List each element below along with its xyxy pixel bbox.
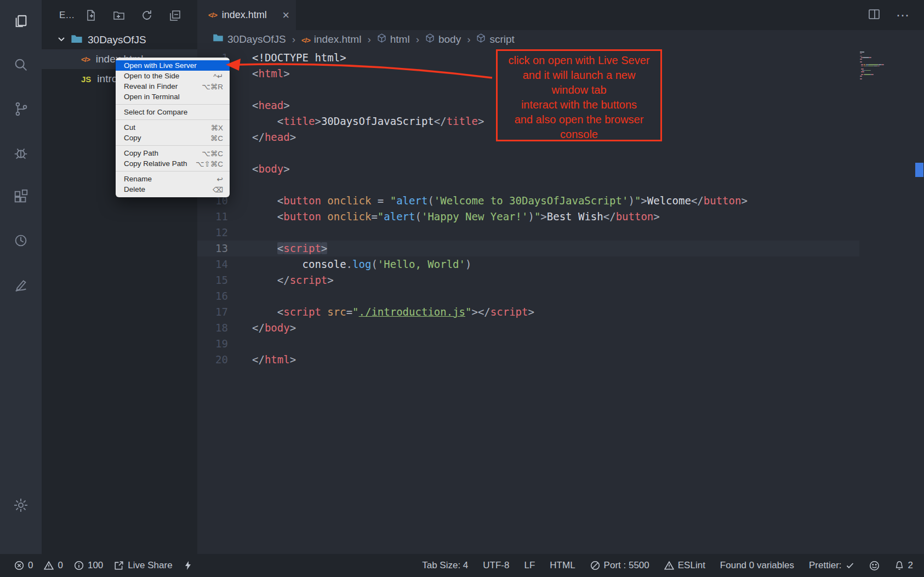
code-line-12[interactable]: 12 (197, 225, 859, 241)
eol-indicator[interactable]: LF (524, 560, 535, 571)
problems-warnings[interactable]: 0 (44, 560, 62, 571)
source-control-icon[interactable] (12, 100, 30, 118)
error-circle-icon (14, 561, 24, 570)
bell-icon (894, 561, 904, 570)
problems-info[interactable]: 100 (74, 560, 103, 571)
refresh-explorer-icon[interactable] (140, 9, 153, 22)
menu-item-label: Select for Compare (124, 108, 187, 116)
tab-index-html[interactable]: </> index.html × (197, 0, 296, 30)
menu-separator (116, 104, 230, 105)
eslint-status[interactable]: ESLint (664, 560, 705, 571)
line-text (228, 145, 252, 161)
breadcrumb-label: body (438, 33, 461, 45)
notifications-bell[interactable]: 2 (894, 560, 913, 571)
code-line-7[interactable]: 7 (197, 145, 859, 161)
minimap[interactable] (860, 52, 912, 80)
line-number: 20 (197, 352, 228, 368)
extensions-icon[interactable] (12, 187, 30, 206)
language-mode-indicator[interactable]: HTML (550, 560, 575, 571)
menu-item-open-in-terminal[interactable]: Open in Terminal (116, 92, 230, 102)
menu-item-copy[interactable]: Copy⌘C (116, 133, 230, 143)
new-folder-icon[interactable] (112, 9, 126, 22)
menu-item-label: Delete (124, 185, 145, 193)
html-file-icon: </> (301, 33, 310, 45)
search-icon[interactable] (12, 56, 30, 75)
code-line-10[interactable]: 10 <button onclick = "alert('Welcome to … (197, 193, 859, 209)
context-menu: Open with Live ServerOpen to the Side^↵R… (116, 58, 230, 197)
line-text: </head> (228, 129, 296, 145)
breadcrumb-label: html (390, 33, 410, 45)
found-variables-indicator[interactable]: Found 0 variables (720, 560, 794, 571)
code-line-11[interactable]: 11 <button onclick="alert('Happy New Yea… (197, 209, 859, 225)
line-text: </html> (228, 352, 296, 368)
breadcrumb-html[interactable]: html (377, 33, 410, 45)
breadcrumb-label: index.html (314, 33, 362, 45)
menu-item-copy-path[interactable]: Copy Path⌥⌘C (116, 148, 230, 158)
live-share-button[interactable]: Live Share (114, 560, 172, 571)
menu-item-cut[interactable]: Cut⌘X (116, 122, 230, 133)
menu-item-select-for-compare[interactable]: Select for Compare (116, 107, 230, 117)
line-text: console.log('Hello, World') (228, 256, 471, 272)
symbol-cube-icon (425, 33, 435, 45)
breadcrumb-30daysofjs[interactable]: 30DaysOfJS (213, 32, 286, 46)
code-line-8[interactable]: 8<body> (197, 161, 859, 177)
menu-item-label: Reveal in Finder (124, 82, 178, 90)
breadcrumb-body[interactable]: body (425, 33, 461, 45)
line-text (228, 336, 252, 352)
line-text: </body> (228, 320, 296, 336)
menu-item-label: Rename (124, 175, 152, 183)
code-line-20[interactable]: 20</html> (197, 352, 859, 368)
code-line-16[interactable]: 16 (197, 288, 859, 304)
menu-item-label: Open in Terminal (124, 93, 180, 101)
code-line-14[interactable]: 14 console.log('Hello, World') (197, 256, 859, 272)
line-text: <button onclick="alert('Happy New Year!'… (228, 209, 660, 225)
settings-gear-icon[interactable] (12, 496, 30, 515)
code-line-18[interactable]: 18</body> (197, 320, 859, 336)
menu-item-reveal-in-finder[interactable]: Reveal in Finder⌥⌘R (116, 81, 230, 92)
folder-row-30daysofjs[interactable]: 30DaysOfJS (42, 31, 197, 49)
js-file-icon: JS (81, 75, 91, 84)
chevron-right-icon: › (415, 33, 420, 45)
more-actions-icon[interactable]: ⋯ (896, 8, 910, 23)
live-server-port[interactable]: Port : 5500 (590, 560, 649, 571)
code-line-13[interactable]: 13 <script> (197, 241, 859, 256)
symbol-cube-icon (377, 33, 386, 45)
encoding-indicator[interactable]: UTF-8 (483, 560, 509, 571)
chevron-right-icon: › (466, 33, 471, 45)
new-file-icon[interactable] (84, 9, 98, 22)
overview-ruler-marker (915, 163, 923, 177)
menu-separator (116, 119, 230, 120)
code-line-15[interactable]: 15 </script> (197, 272, 859, 288)
split-editor-icon[interactable] (868, 8, 881, 23)
menu-item-shortcut: ⌥⇧⌘C (196, 159, 223, 168)
menu-item-open-with-live-server[interactable]: Open with Live Server (116, 60, 230, 71)
line-text: <title>30DaysOfJavaScript</title> (228, 113, 484, 129)
prettier-status[interactable]: Prettier: (809, 560, 854, 571)
menu-item-open-to-the-side[interactable]: Open to the Side^↵ (116, 71, 230, 81)
breadcrumb-index-html[interactable]: </>index.html (301, 33, 361, 45)
pen-icon[interactable] (12, 275, 30, 294)
history-icon[interactable] (12, 231, 30, 250)
line-text: </script> (228, 272, 334, 288)
menu-item-copy-relative-path[interactable]: Copy Relative Path⌥⇧⌘C (116, 158, 230, 169)
tab-bar: </> index.html × ⋯ (197, 0, 924, 30)
run-debug-icon[interactable] (12, 144, 30, 162)
feedback-smiley-icon[interactable] (869, 561, 880, 571)
collapse-folders-icon[interactable] (168, 9, 181, 22)
menu-item-rename[interactable]: Rename↩ (116, 174, 230, 184)
problems-errors[interactable]: 0 (14, 560, 33, 571)
code-line-9[interactable]: 9 (197, 177, 859, 193)
explorer-header: E… (42, 0, 197, 31)
tab-size-indicator[interactable]: Tab Size: 4 (422, 560, 468, 571)
code-line-19[interactable]: 19 (197, 336, 859, 352)
line-text: <button onclick = "alert('Welcome to 30D… (228, 193, 748, 209)
explorer-icon[interactable] (12, 12, 30, 31)
menu-item-shortcut: ↩ (217, 175, 223, 184)
code-line-17[interactable]: 17 <script src="./introduction.js"></scr… (197, 304, 859, 320)
breadcrumb-script[interactable]: script (476, 33, 514, 45)
line-text: <script> (228, 241, 327, 256)
close-tab-icon[interactable]: × (282, 9, 289, 21)
lightning-icon[interactable] (184, 561, 192, 570)
menu-item-delete[interactable]: Delete⌫ (116, 184, 230, 195)
annotation-box: click on open with Live Sever and it wil… (496, 49, 662, 141)
